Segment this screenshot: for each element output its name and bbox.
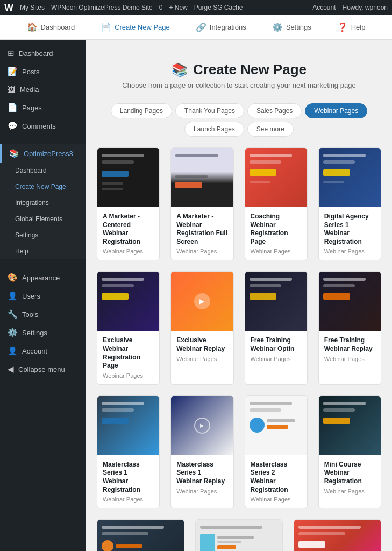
sidebar-optimizepress[interactable]: 📚 OptimizePress3	[2, 144, 86, 163]
template-card-4[interactable]: Digital Agency Series 1 Webinar Registra…	[318, 147, 381, 260]
tab-thankyou-pages[interactable]: Thank You Pages	[175, 103, 244, 118]
site-name-link[interactable]: WPNeon OptimizePress Demo Site	[51, 4, 153, 11]
template-card-2[interactable]: A Marketer - Webinar Registration Full S…	[170, 147, 233, 260]
nav-create-label: Create New Page	[115, 23, 170, 31]
nav-settings[interactable]: ⚙️ Settings	[266, 19, 318, 36]
template-card-14[interactable]: Client Success Webinar Registration Webi…	[195, 519, 283, 551]
nav-dashboard-label: Dashboard	[41, 23, 75, 31]
template-info-8: Free Training Webinar Replay Webinar Pag…	[319, 331, 381, 367]
template-thumb-14	[196, 520, 282, 551]
sidebar-posts-label: Posts	[22, 68, 40, 76]
template-card-10[interactable]: ▶ Masterclass Series 1 Webinar Replay We…	[170, 395, 233, 508]
sidebar-op-help[interactable]: Help	[0, 243, 86, 259]
settings-icon: ⚙️	[272, 22, 283, 32]
tab-see-more[interactable]: See more	[247, 122, 294, 137]
sidebar-item-media[interactable]: 🖼 Media	[0, 81, 86, 98]
sidebar-item-comments[interactable]: 💬 Comments	[0, 117, 86, 135]
sidebar: ⊞ Dashboard 📝 Posts 🖼 Media 📄 Pages 💬 Co…	[0, 40, 86, 551]
nav-create-new-page[interactable]: 📄 Create New Page	[94, 19, 176, 36]
sidebar-divider-1	[0, 142, 86, 142]
template-info-2: A Marketer - Webinar Registration Full S…	[171, 207, 233, 260]
sidebar-tools[interactable]: 🔧 Tools	[0, 305, 86, 323]
sidebar-divider-2	[0, 262, 86, 262]
template-category-8: Webinar Pages	[324, 356, 375, 362]
account-label: Account	[22, 347, 47, 355]
template-category-3: Webinar Pages	[251, 248, 302, 255]
howdy-link[interactable]: Howdy, wpneon	[343, 4, 388, 11]
template-grid-row1: A Marketer - Centered Webinar Registrati…	[97, 147, 381, 260]
template-info-4: Digital Agency Series 1 Webinar Registra…	[319, 207, 381, 260]
op-global-label: Global Elements	[15, 215, 62, 223]
template-info-11: Masterclass Series 2 Webinar Registratio…	[245, 455, 307, 508]
nav-integrations[interactable]: 🔗 Integrations	[189, 19, 253, 36]
tab-webinar-pages[interactable]: Webinar Pages	[305, 103, 367, 118]
posts-sidebar-icon: 📝	[8, 67, 18, 76]
template-title-12: Mini Course Webinar Registration	[324, 461, 375, 486]
template-card-5[interactable]: Exclusive Webinar Registration Page Webi…	[97, 271, 160, 384]
collapse-label: Collapse menu	[18, 365, 65, 373]
comments-sidebar-icon: 💬	[8, 121, 18, 131]
op-help-label: Help	[15, 248, 28, 255]
media-sidebar-icon: 🖼	[8, 85, 16, 94]
nav-settings-label: Settings	[286, 23, 311, 31]
sidebar-item-pages[interactable]: 📄 Pages	[0, 98, 86, 117]
sidebar-media-label: Media	[20, 86, 39, 94]
template-card-12[interactable]: Mini Course Webinar Registration Webinar…	[318, 395, 381, 508]
tab-sales-pages[interactable]: Sales Pages	[247, 103, 302, 118]
sidebar-op-dashboard[interactable]: Dashboard	[0, 163, 86, 179]
template-card-9[interactable]: Masterclass Series 1 Webinar Registratio…	[97, 395, 160, 508]
pages-sidebar-icon: 📄	[8, 103, 18, 112]
nav-dashboard[interactable]: 🏠 Dashboard	[20, 19, 82, 36]
tab-launch-pages[interactable]: Launch Pages	[184, 122, 244, 137]
sidebar-collapse[interactable]: ◀ Collapse menu	[0, 360, 86, 378]
template-category-4: Webinar Pages	[324, 248, 375, 255]
template-info-1: A Marketer - Centered Webinar Registrati…	[97, 207, 159, 260]
account-link[interactable]: Account	[312, 4, 336, 11]
template-info-7: Free Training Webinar Optin Webinar Page…	[245, 331, 307, 367]
op-icon: 📚	[9, 149, 19, 158]
account-sidebar-icon: 👤	[8, 346, 18, 356]
template-title-9: Masterclass Series 1 Webinar Registratio…	[103, 461, 154, 494]
template-thumb-9	[97, 396, 159, 455]
template-thumb-3	[245, 148, 307, 207]
sidebar-appearance[interactable]: 🎨 Appearance	[0, 269, 86, 287]
nav-help[interactable]: ❓ Help	[331, 19, 372, 36]
tools-icon: 🔧	[8, 309, 18, 319]
top-navigation: 🏠 Dashboard 📄 Create New Page 🔗 Integrat…	[0, 15, 392, 40]
new-post-link[interactable]: + New	[169, 4, 187, 11]
appearance-icon: 🎨	[8, 273, 18, 282]
sidebar-users[interactable]: 👤 Users	[0, 287, 86, 305]
tab-landing-pages[interactable]: Landing Pages	[111, 103, 172, 118]
template-thumb-15	[294, 520, 381, 551]
template-title-3: Coaching Webinar Registration Page	[251, 213, 302, 246]
wp-logo: W	[4, 2, 13, 13]
sidebar-account[interactable]: 👤 Account	[0, 342, 86, 360]
sidebar-comments-label: Comments	[22, 122, 56, 130]
template-thumb-12	[319, 396, 381, 455]
template-thumb-2	[171, 148, 233, 207]
template-title-10: Masterclass Series 1 Webinar Replay	[176, 461, 227, 486]
template-card-6[interactable]: ▶ Exclusive Webinar Replay Webinar Pages	[170, 271, 233, 384]
template-card-3[interactable]: Coaching Webinar Registration Page Webin…	[245, 147, 308, 260]
template-title-11: Masterclass Series 2 Webinar Registratio…	[251, 461, 302, 494]
sidebar-op-integrations[interactable]: Integrations	[0, 195, 86, 211]
template-card-7[interactable]: Free Training Webinar Optin Webinar Page…	[245, 271, 308, 384]
my-sites-link[interactable]: My Sites	[20, 4, 45, 11]
sidebar-item-dashboard[interactable]: ⊞ Dashboard	[0, 44, 86, 62]
sidebar-settings[interactable]: ⚙️ Settings	[0, 323, 86, 342]
sidebar-item-posts[interactable]: 📝 Posts	[0, 62, 86, 81]
sidebar-submenu: Dashboard Create New Page Integrations G…	[0, 163, 86, 259]
sidebar-op-global[interactable]: Global Elements	[0, 211, 86, 227]
template-card-15[interactable]: Personal Brand Series 1 Webinar Registra…	[294, 519, 381, 551]
template-card-1[interactable]: A Marketer - Centered Webinar Registrati…	[97, 147, 160, 260]
purge-cache-link[interactable]: Purge SG Cache	[194, 4, 243, 11]
sidebar-op-create[interactable]: Create New Page	[0, 179, 86, 195]
template-thumb-6: ▶	[171, 272, 233, 331]
template-info-3: Coaching Webinar Registration Page Webin…	[245, 207, 307, 260]
template-card-8[interactable]: Free Training Webinar Replay Webinar Pag…	[318, 271, 381, 384]
template-card-13[interactable]: Personal Brand Series 2 Webinar Registra…	[97, 519, 184, 551]
template-card-11[interactable]: Masterclass Series 2 Webinar Registratio…	[245, 395, 308, 508]
template-category-11: Webinar Pages	[251, 496, 302, 503]
sidebar-op-settings[interactable]: Settings	[0, 227, 86, 243]
integrations-icon: 🔗	[196, 22, 206, 32]
